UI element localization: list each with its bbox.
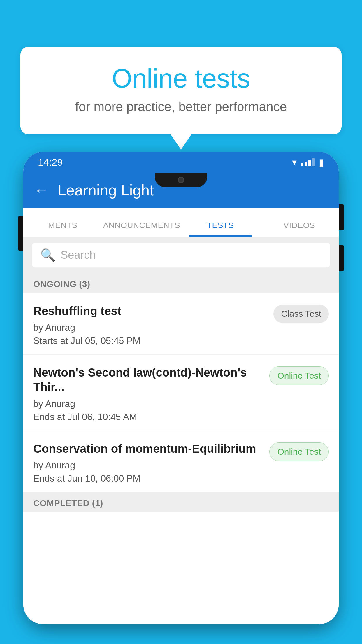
test-author: by Anurag (33, 460, 263, 471)
back-button[interactable]: ← (34, 181, 49, 199)
test-badge-online-2: Online Test (269, 442, 329, 461)
wifi-icon: ▾ (292, 157, 297, 168)
test-date: Starts at Jul 05, 05:45 PM (33, 335, 268, 346)
status-icons: ▾ ▮ (292, 157, 324, 168)
test-date: Ends at Jul 06, 10:45 AM (33, 412, 263, 422)
test-name: Reshuffling test (33, 304, 268, 318)
tabs-container: MENTS ANNOUNCEMENTS TESTS VIDEOS (23, 208, 339, 237)
test-item[interactable]: Conservation of momentum-Equilibrium by … (23, 431, 339, 492)
ongoing-section-header: ONGOING (3) (23, 273, 339, 293)
test-author: by Anurag (33, 322, 268, 333)
camera-icon (178, 177, 184, 183)
tab-videos[interactable]: VIDEOS (260, 221, 339, 237)
test-content: Reshuffling test by Anurag Starts at Jul… (33, 304, 268, 346)
speech-bubble: Online tests for more practice, better p… (20, 47, 342, 134)
search-icon: 🔍 (40, 248, 55, 262)
test-date: Ends at Jun 10, 06:00 PM (33, 473, 263, 484)
speech-bubble-title: Online tests (44, 64, 318, 93)
tab-tests[interactable]: TESTS (181, 221, 260, 237)
tab-announcements[interactable]: ANNOUNCEMENTS (102, 221, 181, 237)
signal-icon (301, 158, 315, 166)
search-input-wrapper[interactable]: 🔍 Search (32, 243, 330, 267)
test-content: Conservation of momentum-Equilibrium by … (33, 441, 263, 484)
status-bar: 14:29 ▾ ▮ (23, 152, 339, 173)
phone-notch (155, 173, 207, 187)
speech-bubble-subtitle: for more practice, better performance (44, 99, 318, 114)
test-name: Newton's Second law(contd)-Newton's Thir… (33, 365, 263, 394)
speech-bubble-container: Online tests for more practice, better p… (20, 47, 342, 134)
test-content: Newton's Second law(contd)-Newton's Thir… (33, 365, 263, 422)
test-badge-class: Class Test (273, 305, 329, 323)
test-item[interactable]: Newton's Second law(contd)-Newton's Thir… (23, 355, 339, 431)
test-badge-online: Online Test (269, 366, 329, 385)
test-item[interactable]: Reshuffling test by Anurag Starts at Jul… (23, 293, 339, 355)
test-author: by Anurag (33, 398, 263, 409)
battery-icon: ▮ (319, 157, 324, 168)
app-title: Learning Light (58, 181, 154, 199)
search-input[interactable]: Search (61, 249, 96, 261)
test-name: Conservation of momentum-Equilibrium (33, 441, 263, 456)
phone-wrapper: 14:29 ▾ ▮ ← Learning Light MENTS ANNOUNC… (23, 152, 339, 644)
test-list: Reshuffling test by Anurag Starts at Jul… (23, 293, 339, 624)
search-container: 🔍 Search (23, 237, 339, 273)
completed-section-header: COMPLETED (1) (23, 492, 339, 512)
phone-outer: 14:29 ▾ ▮ ← Learning Light MENTS ANNOUNC… (23, 152, 339, 624)
phone-screen: 14:29 ▾ ▮ ← Learning Light MENTS ANNOUNC… (23, 152, 339, 624)
tab-ments[interactable]: MENTS (23, 221, 102, 237)
status-time: 14:29 (38, 157, 63, 168)
